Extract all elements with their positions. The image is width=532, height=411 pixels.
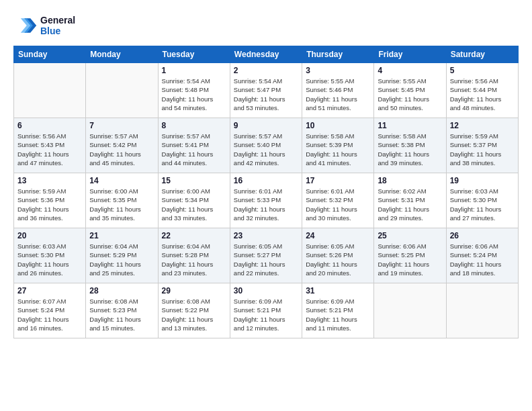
day-detail: Sunrise: 5:56 AMSunset: 5:43 PMDaylight:… xyxy=(17,132,82,167)
calendar-week-row: 20Sunrise: 6:03 AMSunset: 5:30 PMDayligh… xyxy=(14,228,519,283)
logo-icon xyxy=(13,13,38,38)
day-detail: Sunrise: 5:58 AMSunset: 5:39 PMDaylight:… xyxy=(306,132,370,167)
day-number: 15 xyxy=(162,176,226,185)
day-number: 24 xyxy=(306,231,370,240)
calendar-table: Sunday Monday Tuesday Wednesday Thursday… xyxy=(13,46,519,338)
table-row: 24Sunrise: 6:05 AMSunset: 5:26 PMDayligh… xyxy=(302,228,374,283)
col-monday: Monday xyxy=(86,46,158,63)
day-detail: Sunrise: 5:54 AMSunset: 5:47 PMDaylight:… xyxy=(234,77,298,112)
table-row: 12Sunrise: 5:59 AMSunset: 5:37 PMDayligh… xyxy=(446,118,518,173)
table-row: 16Sunrise: 6:01 AMSunset: 5:33 PMDayligh… xyxy=(230,173,302,228)
table-row: 2Sunrise: 5:54 AMSunset: 5:47 PMDaylight… xyxy=(230,63,302,118)
table-row: 9Sunrise: 5:57 AMSunset: 5:40 PMDaylight… xyxy=(230,118,302,173)
day-detail: Sunrise: 5:57 AMSunset: 5:40 PMDaylight:… xyxy=(234,132,298,167)
page: General Blue Sunday Monday Tuesday Wedne… xyxy=(0,0,532,411)
table-row: 30Sunrise: 6:09 AMSunset: 5:21 PMDayligh… xyxy=(230,283,302,338)
day-detail: Sunrise: 5:59 AMSunset: 5:36 PMDaylight:… xyxy=(17,187,82,222)
day-detail: Sunrise: 6:00 AMSunset: 5:35 PMDaylight:… xyxy=(89,187,154,222)
calendar-header-row: Sunday Monday Tuesday Wednesday Thursday… xyxy=(14,46,519,63)
table-row: 23Sunrise: 6:05 AMSunset: 5:27 PMDayligh… xyxy=(230,228,302,283)
col-saturday: Saturday xyxy=(446,46,518,63)
calendar-week-row: 6Sunrise: 5:56 AMSunset: 5:43 PMDaylight… xyxy=(14,118,519,173)
day-detail: Sunrise: 6:04 AMSunset: 5:28 PMDaylight:… xyxy=(162,242,226,277)
col-thursday: Thursday xyxy=(302,46,374,63)
day-number: 12 xyxy=(450,121,515,130)
day-detail: Sunrise: 6:08 AMSunset: 5:22 PMDaylight:… xyxy=(162,297,226,332)
day-number: 21 xyxy=(89,231,154,240)
table-row: 11Sunrise: 5:58 AMSunset: 5:38 PMDayligh… xyxy=(374,118,446,173)
day-detail: Sunrise: 6:06 AMSunset: 5:24 PMDaylight:… xyxy=(450,242,515,277)
day-detail: Sunrise: 6:01 AMSunset: 5:32 PMDaylight:… xyxy=(306,187,370,222)
calendar-week-row: 27Sunrise: 6:07 AMSunset: 5:24 PMDayligh… xyxy=(14,283,519,338)
calendar-week-row: 13Sunrise: 5:59 AMSunset: 5:36 PMDayligh… xyxy=(14,173,519,228)
day-number: 5 xyxy=(450,66,515,75)
table-row: 10Sunrise: 5:58 AMSunset: 5:39 PMDayligh… xyxy=(302,118,374,173)
table-row: 18Sunrise: 6:02 AMSunset: 5:31 PMDayligh… xyxy=(374,173,446,228)
table-row: 13Sunrise: 5:59 AMSunset: 5:36 PMDayligh… xyxy=(14,173,86,228)
day-detail: Sunrise: 6:04 AMSunset: 5:29 PMDaylight:… xyxy=(89,242,154,277)
day-number: 20 xyxy=(17,231,82,240)
day-detail: Sunrise: 6:02 AMSunset: 5:31 PMDaylight:… xyxy=(378,187,442,222)
day-number: 29 xyxy=(162,286,226,295)
day-detail: Sunrise: 5:59 AMSunset: 5:37 PMDaylight:… xyxy=(450,132,515,167)
table-row: 3Sunrise: 5:55 AMSunset: 5:46 PMDaylight… xyxy=(302,63,374,118)
col-sunday: Sunday xyxy=(14,46,86,63)
day-detail: Sunrise: 5:55 AMSunset: 5:45 PMDaylight:… xyxy=(378,77,442,112)
day-detail: Sunrise: 5:55 AMSunset: 5:46 PMDaylight:… xyxy=(306,77,370,112)
day-number: 1 xyxy=(162,66,226,75)
table-row: 6Sunrise: 5:56 AMSunset: 5:43 PMDaylight… xyxy=(14,118,86,173)
day-number: 10 xyxy=(306,121,370,130)
table-row: 1Sunrise: 5:54 AMSunset: 5:48 PMDaylight… xyxy=(158,63,230,118)
day-number: 16 xyxy=(234,176,298,185)
day-number: 23 xyxy=(234,231,298,240)
day-number: 13 xyxy=(17,176,82,185)
table-row xyxy=(14,63,86,118)
day-number: 14 xyxy=(89,176,154,185)
table-row: 19Sunrise: 6:03 AMSunset: 5:30 PMDayligh… xyxy=(446,173,518,228)
day-number: 17 xyxy=(306,176,370,185)
table-row: 25Sunrise: 6:06 AMSunset: 5:25 PMDayligh… xyxy=(374,228,446,283)
table-row: 29Sunrise: 6:08 AMSunset: 5:22 PMDayligh… xyxy=(158,283,230,338)
day-detail: Sunrise: 6:09 AMSunset: 5:21 PMDaylight:… xyxy=(234,297,298,332)
day-number: 27 xyxy=(17,286,82,295)
logo: General Blue xyxy=(13,13,75,38)
table-row: 20Sunrise: 6:03 AMSunset: 5:30 PMDayligh… xyxy=(14,228,86,283)
table-row: 22Sunrise: 6:04 AMSunset: 5:28 PMDayligh… xyxy=(158,228,230,283)
day-detail: Sunrise: 5:58 AMSunset: 5:38 PMDaylight:… xyxy=(378,132,442,167)
table-row: 31Sunrise: 6:09 AMSunset: 5:21 PMDayligh… xyxy=(302,283,374,338)
day-detail: Sunrise: 6:05 AMSunset: 5:26 PMDaylight:… xyxy=(306,242,370,277)
day-detail: Sunrise: 5:56 AMSunset: 5:44 PMDaylight:… xyxy=(450,77,515,112)
table-row: 4Sunrise: 5:55 AMSunset: 5:45 PMDaylight… xyxy=(374,63,446,118)
day-number: 18 xyxy=(378,176,442,185)
table-row xyxy=(446,283,518,338)
day-detail: Sunrise: 6:08 AMSunset: 5:23 PMDaylight:… xyxy=(89,297,154,332)
day-number: 28 xyxy=(89,286,154,295)
day-detail: Sunrise: 5:54 AMSunset: 5:48 PMDaylight:… xyxy=(162,77,226,112)
day-detail: Sunrise: 6:09 AMSunset: 5:21 PMDaylight:… xyxy=(306,297,370,332)
table-row: 27Sunrise: 6:07 AMSunset: 5:24 PMDayligh… xyxy=(14,283,86,338)
col-wednesday: Wednesday xyxy=(230,46,302,63)
day-number: 7 xyxy=(89,121,154,130)
day-detail: Sunrise: 6:00 AMSunset: 5:34 PMDaylight:… xyxy=(162,187,226,222)
day-detail: Sunrise: 6:05 AMSunset: 5:27 PMDaylight:… xyxy=(234,242,298,277)
day-number: 25 xyxy=(378,231,442,240)
logo-text: General Blue xyxy=(40,15,75,36)
day-detail: Sunrise: 6:03 AMSunset: 5:30 PMDaylight:… xyxy=(450,187,515,222)
day-detail: Sunrise: 6:07 AMSunset: 5:24 PMDaylight:… xyxy=(17,297,82,332)
table-row: 14Sunrise: 6:00 AMSunset: 5:35 PMDayligh… xyxy=(86,173,158,228)
day-number: 4 xyxy=(378,66,442,75)
col-friday: Friday xyxy=(374,46,446,63)
day-number: 19 xyxy=(450,176,515,185)
table-row xyxy=(374,283,446,338)
day-number: 11 xyxy=(378,121,442,130)
table-row: 21Sunrise: 6:04 AMSunset: 5:29 PMDayligh… xyxy=(86,228,158,283)
table-row: 17Sunrise: 6:01 AMSunset: 5:32 PMDayligh… xyxy=(302,173,374,228)
day-detail: Sunrise: 5:57 AMSunset: 5:42 PMDaylight:… xyxy=(89,132,154,167)
day-number: 8 xyxy=(162,121,226,130)
day-detail: Sunrise: 6:03 AMSunset: 5:30 PMDaylight:… xyxy=(17,242,82,277)
day-number: 9 xyxy=(234,121,298,130)
table-row: 8Sunrise: 5:57 AMSunset: 5:41 PMDaylight… xyxy=(158,118,230,173)
table-row: 7Sunrise: 5:57 AMSunset: 5:42 PMDaylight… xyxy=(86,118,158,173)
table-row xyxy=(86,63,158,118)
day-number: 26 xyxy=(450,231,515,240)
